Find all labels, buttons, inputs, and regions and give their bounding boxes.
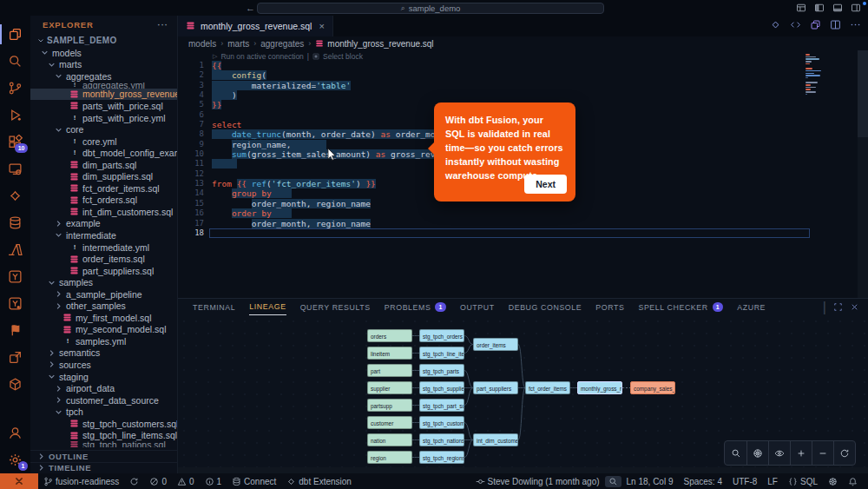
lineage-node-stg_tpch_customers[interactable]: stg_tpch_customers (419, 416, 464, 429)
lineage-node-stg_tpch_regions[interactable]: stg_tpch_regions (419, 451, 464, 464)
tab-close-icon[interactable]: × (319, 21, 324, 31)
tree-folder-semantics[interactable]: semantics (30, 347, 177, 360)
run-icon[interactable]: ▷ (213, 53, 217, 60)
panel-tab-terminal[interactable]: TERMINAL (193, 299, 235, 315)
breadcrumb-item[interactable]: models (188, 39, 216, 49)
lineage-node-region[interactable]: region (367, 451, 412, 464)
maximize-panel-icon[interactable] (833, 300, 843, 315)
status-magnifier-icon[interactable] (605, 476, 621, 487)
activity-dbt-icon[interactable] (0, 182, 30, 209)
lineage-eye-icon[interactable] (768, 441, 790, 465)
codelens-select-block[interactable]: Select block (323, 52, 363, 61)
lineage-node-part[interactable]: part (367, 364, 412, 377)
explorer-more-actions[interactable]: ··· (158, 20, 169, 30)
lineage-refresh-icon[interactable] (833, 441, 855, 465)
lineage-node-company_sales_da[interactable]: company_sales_da.. (630, 381, 675, 394)
tree-file-my_first_model.sql[interactable]: my_first_model.sql (30, 312, 177, 324)
editor-action-more-icon[interactable] (850, 18, 861, 34)
tree-folder-models[interactable]: models (30, 47, 177, 59)
lineage-node-int_dim_customers[interactable]: int_dim_customers (473, 433, 518, 446)
code-line-16[interactable]: 16 order by (178, 208, 868, 218)
breadcrumb-item[interactable]: aggregates (260, 39, 304, 49)
panel-scrollbar[interactable] (178, 467, 868, 473)
activity-package-icon[interactable] (0, 371, 30, 398)
tree-folder-sources[interactable]: sources (30, 359, 177, 371)
status-git-branch-icon[interactable]: fusion-readiness (38, 477, 124, 486)
tree-folder-staging[interactable]: staging (30, 371, 177, 383)
status-error-icon[interactable]: 0 (144, 477, 172, 486)
tree-file-core.yml[interactable]: !core.yml (30, 135, 177, 148)
tree-folder-intermediate[interactable]: intermediate (30, 229, 177, 241)
lineage-node-part_suppliers[interactable]: part_suppliers (473, 381, 518, 394)
activity-run-debug-icon[interactable] (0, 102, 30, 129)
editor-action-dbt-icon[interactable] (770, 18, 781, 34)
status-bell-icon[interactable] (843, 477, 863, 486)
tree-file-intermediate.yml[interactable]: !intermediate.yml (30, 241, 177, 254)
activity-dbt-power-user-alt-icon[interactable] (0, 290, 30, 317)
status-spaces-4[interactable]: Spaces: 4 (678, 477, 727, 486)
activity-azure-icon[interactable] (0, 236, 30, 263)
lineage-node-nation[interactable]: nation (367, 433, 412, 446)
activity-settings-gear-icon[interactable]: 1 (0, 446, 30, 473)
tree-folder-core[interactable]: core (30, 123, 177, 135)
lineage-minus-icon[interactable] (812, 441, 833, 465)
activity-export-icon[interactable] (0, 344, 30, 371)
tree-file-stg_tpch_nations.sql[interactable]: stg_tpch_nations.sql (30, 441, 177, 447)
lineage-node-supplier[interactable]: supplier (367, 381, 412, 394)
lineage-node-stg_tpch_orders[interactable]: stg_tpch_orders (419, 329, 464, 342)
code-line-3[interactable]: 3 materialized='table' (178, 81, 868, 90)
tree-file-order_items.sql[interactable]: order_items.sql (30, 253, 177, 265)
panel-tab-ports[interactable]: PORTS (595, 299, 624, 315)
minimap[interactable] (806, 54, 823, 96)
tree-file-parts_with_price.yml[interactable]: !parts_with_price.yml (30, 112, 177, 124)
code-editor[interactable]: ▷ Run on active connection | Select bloc… (178, 50, 868, 298)
activity-remote-explorer-icon[interactable] (0, 155, 30, 182)
tree-file-stg_tpch_line_items.sql[interactable]: stg_tpch_line_items.sql (30, 430, 177, 442)
activity-search-icon[interactable] (0, 48, 30, 75)
panel-tab-query-results[interactable]: QUERY RESULTS (300, 299, 371, 315)
workspace-root[interactable]: SAMPLE_DEMO (30, 34, 177, 47)
lineage-node-orders[interactable]: orders (367, 329, 412, 342)
status-commit-icon[interactable]: Steve Dowling (1 month ago) (470, 477, 605, 486)
tree-file-dim_parts.sql[interactable]: dim_parts.sql (30, 159, 177, 171)
tree-folder-other_samples[interactable]: other_samples (30, 300, 177, 312)
codelens-run[interactable]: Run on active connection (220, 52, 303, 61)
status-wheel-icon[interactable] (823, 477, 843, 486)
tree-file-part_suppliers.sql[interactable]: part_suppliers.sql (30, 265, 177, 277)
status-sync-icon[interactable] (124, 477, 144, 486)
editor-action-split-editor-icon[interactable] (830, 18, 841, 34)
tree-folder-marts[interactable]: marts (30, 59, 177, 71)
code-line-17[interactable]: 17 order_month, region_name (178, 219, 868, 228)
panel-tab-debug-console[interactable]: DEBUG CONSOLE (509, 299, 582, 315)
close-panel-icon[interactable] (850, 300, 859, 315)
status-warning-icon[interactable]: 0 (172, 477, 200, 486)
status-lf[interactable]: LF (762, 477, 783, 486)
tree-folder-tpch[interactable]: tpch (30, 406, 177, 418)
activity-flag-icon[interactable] (0, 317, 30, 344)
panel-bottom-icon[interactable] (832, 3, 843, 13)
panel-tab-problems[interactable]: PROBLEMS1 (385, 299, 446, 315)
tree-folder-airport_data[interactable]: airport_data (30, 382, 177, 394)
tree-folder-a_sample_pipeline[interactable]: a_sample_pipeline (30, 288, 177, 301)
code-line-4[interactable]: 4 ) (178, 90, 868, 100)
editor-action-code-icon[interactable] (790, 18, 801, 34)
panel-left-icon[interactable] (814, 3, 825, 13)
lineage-node-stg_tpch_part_sup[interactable]: stg_tpch_part_sup.. (419, 399, 464, 412)
activity-dbt-power-user-icon[interactable] (0, 263, 30, 290)
tree-file-dbt_model_config_example.yml[interactable]: !dbt_model_config_example.yml (30, 147, 177, 159)
status-ln-18-col-9[interactable]: Ln 18, Col 9 (621, 477, 679, 486)
lineage-wheel-icon[interactable] (746, 441, 768, 465)
panel-tab-lineage[interactable]: LINEAGE (249, 299, 286, 315)
activity-source-control-icon[interactable] (0, 75, 30, 102)
lineage-node-partsupp[interactable]: partsupp (367, 399, 412, 412)
panel-tab-azure[interactable]: AZURE (737, 299, 766, 315)
section-timeline[interactable]: TIMELINE (30, 462, 177, 474)
status-info-icon[interactable]: 1 (200, 477, 227, 486)
customize-layout-icon[interactable] (796, 3, 806, 13)
breadcrumb-item[interactable]: marts (227, 39, 249, 49)
editor-action-layers-icon[interactable] (810, 18, 821, 34)
tree-folder-samples[interactable]: samples (30, 276, 177, 288)
lineage-canvas[interactable]: orderslineitempartsupplierpartsuppcustom… (178, 315, 868, 467)
tree-folder-aggregates[interactable]: aggregates (30, 70, 177, 83)
tree-file-my_second_model.sql[interactable]: my_second_model.sql (30, 324, 177, 336)
